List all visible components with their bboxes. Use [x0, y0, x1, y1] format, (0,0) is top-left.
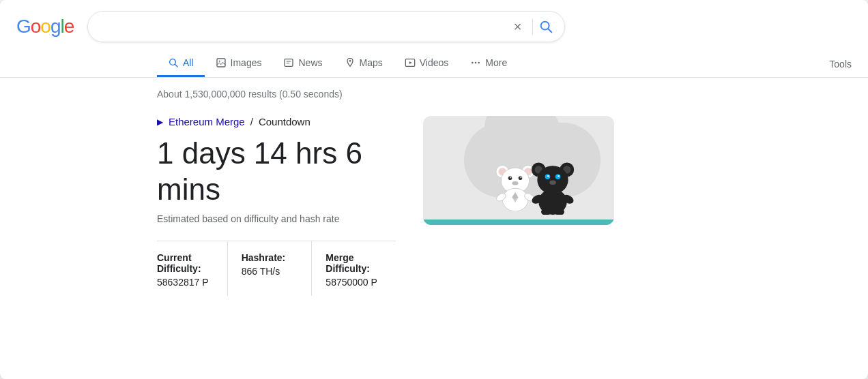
svg-point-39: [549, 180, 555, 185]
news-tab-icon: [283, 57, 294, 68]
black-bear-icon: [525, 157, 580, 215]
tab-maps[interactable]: Maps: [334, 50, 394, 77]
images-tab-icon: [216, 57, 227, 68]
tab-more-label: More: [485, 57, 507, 68]
breadcrumb-link[interactable]: Ethereum Merge: [169, 116, 245, 127]
stat-merge-value: 58750000 P: [326, 277, 382, 288]
logo-letter-g: G: [16, 16, 31, 37]
results-area: About 1,530,000,000 results (0.50 second…: [0, 78, 614, 301]
search-divider: [532, 18, 533, 35]
stat-difficulty-label: Current Difficulty:: [157, 252, 214, 274]
svg-point-9: [349, 60, 351, 62]
svg-point-20: [508, 176, 512, 180]
tab-more[interactable]: More: [459, 50, 518, 77]
svg-rect-6: [285, 59, 293, 67]
stat-difficulty-value: 58632817 P: [157, 277, 214, 288]
svg-rect-4: [217, 59, 225, 67]
featured-snippet: ▶ Ethereum Merge / Countdown 1 days 14 h…: [157, 110, 614, 301]
svg-point-14: [478, 62, 480, 64]
maps-tab-icon: [345, 57, 356, 68]
main-window: G o o g l e the merge ×: [0, 0, 868, 379]
stat-difficulty: Current Difficulty: 58632817 P: [157, 241, 228, 296]
snippet-description: Estimated based on difficulty and hash r…: [157, 213, 396, 224]
results-count: About 1,530,000,000 results (0.50 second…: [157, 83, 614, 110]
svg-point-5: [218, 61, 220, 62]
breadcrumb-sub: Countdown: [259, 116, 310, 127]
tab-images[interactable]: Images: [205, 50, 273, 77]
search-button[interactable]: [538, 19, 553, 34]
search-bar: the merge ×: [87, 11, 565, 42]
tab-images-label: Images: [231, 57, 262, 68]
search-tab-icon: [168, 57, 179, 68]
tab-all[interactable]: All: [157, 50, 205, 77]
snippet-breadcrumb: ▶ Ethereum Merge / Countdown: [157, 116, 396, 127]
svg-point-24: [512, 181, 518, 185]
logo-letter-e: e: [64, 16, 74, 37]
logo-letter-g2: g: [50, 16, 61, 37]
stat-hashrate-value: 866 TH/s: [242, 266, 298, 277]
stat-merge-difficulty: Merge Difficulty: 58750000 P: [312, 241, 396, 296]
breadcrumb-arrow-icon: ▶: [157, 117, 163, 127]
tab-videos[interactable]: Videos: [394, 50, 460, 77]
stat-hashrate-label: Hashrate:: [242, 252, 298, 263]
svg-marker-11: [409, 61, 411, 64]
stat-hashrate: Hashrate: 866 TH/s: [228, 241, 313, 296]
stats-row: Current Difficulty: 58632817 P Hashrate:…: [157, 241, 396, 296]
tab-maps-label: Maps: [360, 57, 383, 68]
search-input[interactable]: the merge: [99, 20, 508, 33]
svg-line-3: [175, 64, 177, 67]
breadcrumb-slash: /: [250, 116, 253, 127]
snippet-content: ▶ Ethereum Merge / Countdown 1 days 14 h…: [157, 116, 396, 296]
countdown-display: 1 days 14 hrs 6 mins: [157, 136, 396, 208]
videos-tab-icon: [405, 57, 416, 68]
svg-point-22: [510, 177, 512, 178]
svg-point-13: [475, 62, 477, 64]
google-logo: G o o g l e: [16, 16, 74, 37]
tab-news[interactable]: News: [272, 50, 333, 77]
tab-all-label: All: [183, 57, 194, 68]
clear-button[interactable]: ×: [508, 19, 527, 35]
stat-merge-label: Merge Difficulty:: [326, 252, 382, 274]
svg-point-37: [547, 175, 549, 177]
logo-letter-o1: o: [31, 16, 41, 37]
snippet-illustration: [423, 116, 614, 225]
svg-point-12: [472, 62, 474, 64]
svg-point-38: [558, 175, 560, 177]
svg-point-23: [521, 177, 522, 178]
ground-line: [423, 219, 614, 225]
tab-videos-label: Videos: [420, 57, 449, 68]
more-tab-icon: [470, 57, 481, 68]
nav-tabs: All Images News: [0, 45, 868, 78]
logo-letter-o2: o: [40, 16, 50, 37]
search-icon: [538, 19, 553, 34]
tab-news-label: News: [298, 57, 322, 68]
header: G o o g l e the merge ×: [0, 0, 868, 42]
svg-line-1: [549, 29, 552, 32]
tools-button[interactable]: Tools: [829, 52, 868, 76]
svg-point-21: [519, 176, 523, 180]
